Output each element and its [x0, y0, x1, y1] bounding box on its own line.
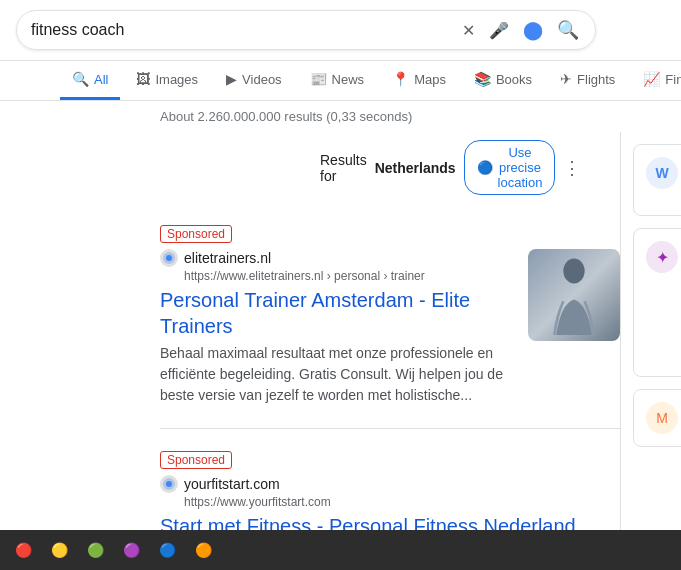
result-image-1 — [528, 249, 620, 341]
tab-news-label: News — [332, 72, 365, 87]
images-icon: 🖼 — [136, 71, 150, 87]
tab-flights-label: Flights — [577, 72, 615, 87]
tab-images[interactable]: 🖼 Images — [124, 61, 210, 100]
site-name-2: yourfitstart.com — [184, 476, 280, 492]
maps-icon: 📍 — [392, 71, 409, 87]
lens-icon[interactable]: ⬤ — [521, 17, 545, 43]
search-bar-wrapper: ✕ 🎤 ⬤ 🔍 — [0, 0, 681, 61]
results-info: About 2.260.000.000 results (0,33 second… — [0, 101, 681, 132]
results-count: About 2.260.000.000 results (0,33 second… — [160, 109, 412, 124]
person-silhouette-1 — [544, 255, 604, 335]
taskbar-icon-2[interactable]: 🟡 — [44, 535, 74, 565]
use-precise-location-button[interactable]: 🔵 Use precise location — [464, 140, 556, 195]
taskbar-icon-6[interactable]: 🟠 — [188, 535, 218, 565]
tab-books[interactable]: 📚 Books — [462, 61, 544, 100]
site-url-1: https://www.elitetrainers.nl › personal … — [184, 269, 516, 283]
site-url-2: https://www.yourfitstart.com — [184, 495, 620, 509]
sidebar-card-webchat: W WebC Waiting for — [633, 144, 681, 216]
clear-button[interactable]: ✕ — [460, 19, 477, 42]
nav-tabs: 🔍 All 🖼 Images ▶ Videos 📰 News 📍 Maps 📚 … — [0, 61, 681, 101]
finance-icon: 📈 — [643, 71, 660, 87]
news-icon: 📰 — [310, 71, 327, 87]
results-column: Results for Netherlands 🔵 Use precise lo… — [0, 132, 620, 570]
more-options-button[interactable]: ⋮ — [563, 157, 581, 179]
svg-point-2 — [563, 259, 584, 284]
svg-point-4 — [166, 481, 172, 487]
svg-point-1 — [166, 255, 172, 261]
webchat-icon: W — [646, 157, 678, 189]
sponsored-result-1: Sponsored elitetrainers.nl https://www.e… — [160, 213, 620, 418]
taskbar-icon-4[interactable]: 🟣 — [116, 535, 146, 565]
tab-videos[interactable]: ▶ Videos — [214, 61, 294, 100]
tab-maps-label: Maps — [414, 72, 446, 87]
tab-finance[interactable]: 📈 Finance — [631, 61, 681, 100]
magic-icon: ✦ — [646, 241, 678, 273]
sponsored-badge-2: Sponsored — [160, 451, 232, 469]
location-button-label: Use precise location — [498, 145, 543, 190]
tab-maps[interactable]: 📍 Maps — [380, 61, 458, 100]
taskbar-icon-1[interactable]: 🔴 — [8, 535, 38, 565]
location-prefix: Results for — [320, 152, 367, 184]
search-button[interactable]: 🔍 — [555, 17, 581, 43]
location-name: Netherlands — [375, 160, 456, 176]
sidebar-card-monica: M Monica — [633, 389, 681, 447]
site-name-1: elitetrainers.nl — [184, 250, 271, 266]
search-input-container: ✕ 🎤 ⬤ 🔍 — [16, 10, 596, 50]
tab-news[interactable]: 📰 News — [298, 61, 377, 100]
all-icon: 🔍 — [72, 71, 89, 87]
flights-icon: ✈ — [560, 71, 572, 87]
voice-search-icon[interactable]: 🎤 — [487, 19, 511, 42]
tab-finance-label: Finance — [665, 72, 681, 87]
tab-all[interactable]: 🔍 All — [60, 61, 120, 100]
tab-all-label: All — [94, 72, 108, 87]
favicon-2 — [160, 475, 178, 493]
taskbar-icon-5[interactable]: 🔵 — [152, 535, 182, 565]
tab-videos-label: Videos — [242, 72, 282, 87]
sidebar-column: W WebC Waiting for ✦ Ma Access Ch instan… — [620, 132, 681, 570]
books-icon: 📚 — [474, 71, 491, 87]
favicon-1 — [160, 249, 178, 267]
taskbar-icon-3[interactable]: 🟢 — [80, 535, 110, 565]
tab-books-label: Books — [496, 72, 532, 87]
sponsored-badge-1: Sponsored — [160, 225, 232, 243]
search-input[interactable] — [31, 21, 452, 39]
location-bar: Results for Netherlands 🔵 Use precise lo… — [160, 132, 620, 203]
videos-icon: ▶ — [226, 71, 237, 87]
tab-flights[interactable]: ✈ Flights — [548, 61, 627, 100]
result-title-1[interactable]: Personal Trainer Amsterdam - Elite Train… — [160, 287, 516, 339]
tab-images-label: Images — [155, 72, 198, 87]
sidebar-card-magic: ✦ Ma Access Ch instantly w PDF files. Ad… — [633, 228, 681, 377]
monica-icon: M — [646, 402, 678, 434]
taskbar: 🔴 🟡 🟢 🟣 🔵 🟠 — [0, 530, 681, 570]
result-desc-1: Behaal maximaal resultaat met onze profe… — [160, 343, 516, 406]
location-dot-icon: 🔵 — [477, 160, 493, 175]
